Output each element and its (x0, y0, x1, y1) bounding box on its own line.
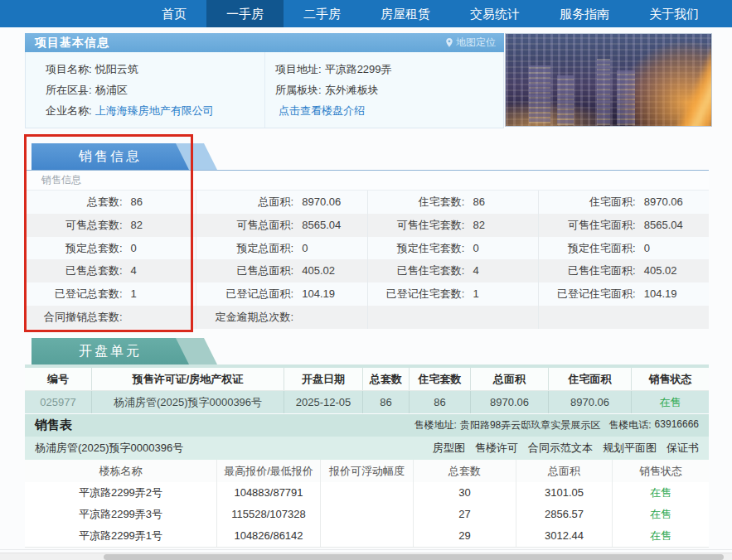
field-value-link[interactable]: 点击查看楼盘介绍 (279, 104, 365, 117)
sales-table-header-row: 楼栋名称最高报价/最低报价报价可浮动幅度总套数总面积销售状态 (25, 460, 709, 482)
sales-info-pair: 定金逾期总次数: (196, 306, 366, 329)
project-field: 点击查看楼盘介绍 (275, 100, 503, 121)
nav-item[interactable]: 房屋租赁 (361, 0, 450, 27)
nav-item[interactable]: 服务指南 (540, 0, 629, 27)
sales-info-pair: 预定住宅面积:0 (538, 237, 709, 260)
sales-info-label: 已售住宅面积: (539, 259, 636, 282)
table-cell (320, 525, 413, 547)
project-info-header: 项目基本信息 地图定位 (25, 33, 504, 52)
top-nav: 首页一手房二手房房屋租赁交易统计服务指南关于我们 (0, 0, 732, 27)
document-link[interactable]: 规划平面图 (603, 441, 657, 456)
horizontal-scrollbar[interactable] (0, 553, 732, 560)
sales-info-pair (367, 306, 538, 329)
column-header: 最高报价/最低报价 (216, 460, 320, 482)
table-cell: 115528/107328 (216, 504, 320, 525)
table-cell: 平凉路2299弄3号 (25, 504, 216, 525)
sales-info-pair: 已登记总面积:104.19 (196, 282, 366, 306)
map-locate-link[interactable]: 地图定位 (445, 36, 496, 50)
field-label: 企业名称: (46, 104, 92, 117)
sales-office-info: 售楼地址: 贵阳路98弄云邸玖章实景展示区 售楼电话: 63916666 (414, 418, 699, 432)
project-photo-image (505, 33, 712, 127)
nav-item[interactable]: 一手房 (206, 0, 284, 27)
document-link[interactable]: 保证书 (667, 441, 699, 456)
table-cell: 29 (413, 525, 516, 547)
opening-units-table: 编号预售许可证/房地产权证开盘日期总套数住宅套数总面积住宅面积销售状态02597… (25, 368, 709, 413)
sales-info-pair (538, 306, 709, 329)
sales-info-pair: 预定总面积:0 (196, 237, 366, 260)
sales-table-section: 销售表 售楼地址: 贵阳路98弄云邸玖章实景展示区 售楼电话: 63916666… (25, 414, 709, 548)
table-row[interactable]: 025977杨浦房管(2025)预字0000396号2025-12-058686… (25, 391, 709, 413)
content-bottom-border (0, 549, 732, 550)
opening-units-header-row: 编号预售许可证/房地产权证开盘日期总套数住宅套数总面积住宅面积销售状态 (25, 368, 709, 391)
sales-info-label: 已登记住宅套数: (368, 282, 465, 306)
column-header: 总面积 (516, 460, 612, 482)
field-label: 项目地址: (275, 63, 322, 75)
project-field: 企业名称:上海海臻房地产有限公司 (46, 100, 264, 121)
scrollbar-thumb[interactable] (104, 554, 724, 560)
sales-info-label: 可售住宅面积: (539, 214, 636, 237)
sales-table-header-bar: 销售表 售楼地址: 贵阳路98弄云邸玖章实景展示区 售楼电话: 63916666 (25, 414, 709, 437)
sales-info-label: 住宅套数: (368, 191, 465, 214)
table-cell: 104826/86142 (216, 525, 320, 547)
sales-info-value: 104.19 (302, 282, 335, 306)
photo-road-lights (667, 40, 712, 127)
status-badge: 在售 (612, 482, 709, 504)
table-cell: 104883/87791 (216, 482, 320, 504)
field-label: 所在区县: (46, 84, 92, 96)
project-field: 项目名称:悦阳云筑 (46, 59, 264, 80)
sales-info-pair: 已售住宅套数:4 (367, 259, 538, 282)
document-link[interactable]: 合同示范文本 (528, 441, 593, 456)
table-cell: 025977 (25, 391, 91, 413)
status-badge: 在售 (612, 525, 709, 547)
photo-building (529, 65, 550, 123)
table-cell: 8970.06 (470, 391, 548, 413)
column-header: 编号 (25, 368, 91, 390)
nav-item[interactable]: 交易统计 (450, 0, 540, 27)
sales-info-pair: 已登记住宅套数:1 (367, 282, 538, 306)
office-address-value: 贵阳路98弄云邸玖章实景展示区 (460, 418, 600, 432)
table-cell: 2856.57 (516, 504, 612, 525)
document-link[interactable]: 售楼许可 (475, 441, 518, 456)
column-header: 预售许可证/房地产权证 (91, 368, 284, 390)
table-row[interactable]: 平凉路2299弄2号104883/87791303101.05在售 (25, 482, 709, 504)
column-header: 销售状态 (612, 460, 709, 482)
sales-info-label: 可售总面积: (196, 214, 293, 237)
sales-info-label: 已登记总面积: (196, 282, 293, 306)
sales-info-value: 4 (473, 259, 478, 282)
column-header: 楼栋名称 (25, 460, 216, 482)
table-cell: 86 (409, 391, 470, 413)
table-row[interactable]: 平凉路2299弄3号115528/107328272856.57在售 (25, 504, 709, 525)
sales-info-value: 8565.04 (644, 214, 683, 237)
table-cell: 27 (413, 504, 516, 525)
project-info-section: 项目基本信息 地图定位 项目名称:悦阳云筑所在区县:杨浦区企业名称:上海海臻房地… (25, 33, 504, 128)
office-address-label: 售楼地址: (414, 418, 457, 432)
table-row[interactable]: 平凉路2299弄1号104826/86142293012.44在售 (25, 525, 709, 547)
document-link[interactable]: 房型图 (433, 441, 465, 456)
sales-info-value: 104.19 (644, 282, 677, 306)
nav-item[interactable]: 关于我们 (629, 0, 719, 27)
field-value-link[interactable]: 上海海臻房地产有限公司 (95, 104, 214, 117)
field-label: 项目名称: (46, 63, 92, 75)
column-header: 总面积 (470, 368, 548, 390)
sales-info-value: 0 (644, 237, 650, 260)
column-header: 住宅套数 (409, 368, 470, 390)
sales-table: 楼栋名称最高报价/最低报价报价可浮动幅度总套数总面积销售状态平凉路2299弄2号… (25, 460, 709, 548)
tab-opening-units[interactable]: 开盘单元 (32, 338, 189, 364)
map-locate-label: 地图定位 (456, 36, 496, 50)
field-value: 平凉路2299弄 (325, 63, 392, 75)
nav-item[interactable]: 首页 (142, 0, 206, 27)
table-cell (320, 482, 413, 504)
sales-info-value: 0 (302, 237, 308, 260)
sales-info-value: 405.02 (302, 259, 335, 282)
sales-info-pair: 可售总面积:8565.04 (196, 214, 366, 237)
table-cell: 2025-12-05 (284, 391, 362, 413)
permit-number: 杨浦房管(2025)预字0000396号 (35, 441, 183, 456)
sales-info-label: 预定总面积: (196, 237, 293, 260)
column-header: 总套数 (362, 368, 409, 390)
field-value: 悦阳云筑 (95, 63, 138, 75)
project-fields-right: 项目地址:平凉路2299弄所属板块:东外滩板块点击查看楼盘介绍 (264, 52, 503, 128)
sales-info-value: 82 (473, 214, 484, 237)
table-cell: 3012.44 (516, 525, 612, 547)
sales-info-pair: 住宅套数:86 (367, 191, 538, 214)
nav-item[interactable]: 二手房 (284, 0, 361, 27)
